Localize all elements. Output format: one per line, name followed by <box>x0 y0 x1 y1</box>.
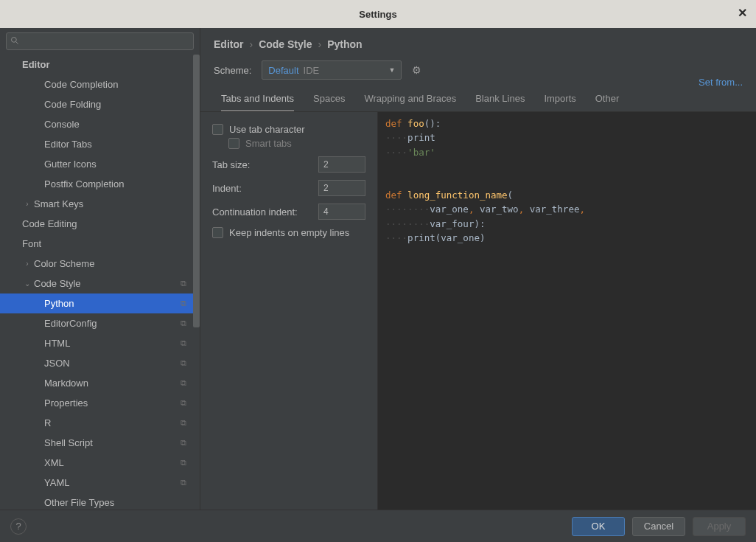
copy-icon: ⧉ <box>181 438 186 448</box>
tab-wrapping-and-braces[interactable]: Wrapping and Braces <box>364 93 456 111</box>
chevron-right-icon: › <box>22 200 32 208</box>
chevron-right-icon: › <box>22 260 32 268</box>
main-panel: Editor › Code Style › Python Scheme: Def… <box>200 28 756 510</box>
tree-item-color-scheme[interactable]: ›Color Scheme <box>0 254 200 274</box>
cancel-button[interactable]: Cancel <box>632 517 685 536</box>
tree-item-shell-script[interactable]: Shell Script⧉ <box>0 433 200 453</box>
tree-item-font[interactable]: Font <box>0 234 200 254</box>
tree-item-editor-tabs[interactable]: Editor Tabs <box>0 134 200 154</box>
keep-indents-checkbox[interactable]: Keep indents on empty lines <box>212 227 365 238</box>
tree-item-html[interactable]: HTML⧉ <box>0 333 200 353</box>
tab-blank-lines[interactable]: Blank Lines <box>475 93 525 111</box>
copy-icon: ⧉ <box>181 458 186 468</box>
tree-item-code-completion[interactable]: Code Completion <box>0 74 200 94</box>
tree-item-properties[interactable]: Properties⧉ <box>0 393 200 413</box>
scheme-tag: IDE <box>304 65 320 76</box>
scheme-label: Scheme: <box>214 65 251 76</box>
indent-input[interactable] <box>318 180 365 196</box>
tree-item-xml[interactable]: XML⧉ <box>0 453 200 473</box>
copy-icon: ⧉ <box>181 478 186 487</box>
tree-item-console[interactable]: Console <box>0 114 200 134</box>
tree-item-label: HTML <box>44 338 70 349</box>
indent-label: Indent: <box>212 183 242 194</box>
tree-item-json[interactable]: JSON⧉ <box>0 353 200 373</box>
tree-item-label: Python <box>44 298 74 309</box>
tree-item-label: Markdown <box>44 378 88 389</box>
tree-item-code-folding[interactable]: Code Folding <box>0 94 200 114</box>
breadcrumb-editor[interactable]: Editor <box>214 38 243 50</box>
tree-item-python[interactable]: Python⧉ <box>0 293 200 313</box>
tree-item-yaml[interactable]: YAML⧉ <box>0 473 200 493</box>
continuation-indent-input[interactable] <box>318 204 365 220</box>
copy-icon: ⧉ <box>181 358 186 368</box>
tree-item-label: R <box>44 417 51 428</box>
tree-item-smart-keys[interactable]: ›Smart Keys <box>0 194 200 214</box>
apply-button[interactable]: Apply <box>693 517 746 536</box>
checkbox-icon <box>212 124 223 135</box>
tab-spaces[interactable]: Spaces <box>313 93 345 111</box>
tree-item-label: Shell Script <box>44 437 93 448</box>
use-tab-checkbox[interactable]: Use tab character <box>212 124 365 135</box>
tab-size-input[interactable] <box>318 156 365 173</box>
tree-section-label: Editor <box>22 59 50 70</box>
tree-item-editorconfig[interactable]: EditorConfig⧉ <box>0 313 200 333</box>
tabs: Tabs and IndentsSpacesWrapping and Brace… <box>200 87 756 112</box>
tree-item-other-file-types[interactable]: Other File Types <box>0 493 200 510</box>
scheme-select[interactable]: Default IDE ▼ <box>262 60 402 80</box>
tree-section-editor[interactable]: Editor <box>0 55 200 74</box>
search-input[interactable] <box>6 32 194 50</box>
window-title: Settings <box>359 9 396 20</box>
tab-size-label: Tab size: <box>212 159 250 170</box>
tree-item-label: YAML <box>44 477 69 488</box>
tree-item-label: Smart Keys <box>34 198 83 209</box>
tree-item-r[interactable]: R⧉ <box>0 413 200 433</box>
breadcrumb-code-style[interactable]: Code Style <box>259 38 312 50</box>
smart-tabs-checkbox[interactable]: Smart tabs <box>228 138 365 149</box>
tree-item-code-style[interactable]: ⌄Code Style⧉ <box>0 274 200 293</box>
checkbox-icon <box>228 138 239 149</box>
smart-tabs-label: Smart tabs <box>245 138 292 149</box>
copy-icon: ⧉ <box>181 418 186 428</box>
scrollbar-thumb[interactable] <box>193 55 200 327</box>
tree-item-label: Font <box>22 238 41 249</box>
tab-tabs-and-indents[interactable]: Tabs and Indents <box>221 93 294 111</box>
tree-item-label: Gutter Icons <box>44 159 97 170</box>
tree-item-label: Code Style <box>34 278 81 289</box>
tree-item-label: Color Scheme <box>34 258 94 269</box>
copy-icon: ⧉ <box>181 378 186 388</box>
tree-item-postfix-completion[interactable]: Postfix Completion <box>0 174 200 194</box>
tree-item-label: EditorConfig <box>44 318 97 329</box>
chevron-right-icon: › <box>318 38 321 50</box>
ok-button[interactable]: OK <box>572 517 625 536</box>
help-button[interactable]: ? <box>10 518 27 535</box>
set-from-link[interactable]: Set from... <box>699 77 743 88</box>
breadcrumb-python: Python <box>327 38 362 50</box>
copy-icon: ⧉ <box>181 279 186 288</box>
tree-item-gutter-icons[interactable]: Gutter Icons <box>0 154 200 174</box>
settings-sidebar: Editor Code CompletionCode FoldingConsol… <box>0 28 200 510</box>
copy-icon: ⧉ <box>181 299 186 308</box>
tree-item-code-editing[interactable]: Code Editing <box>0 214 200 234</box>
dialog-footer: ? OK Cancel Apply <box>0 510 756 542</box>
copy-icon: ⧉ <box>181 338 186 348</box>
keep-indents-label: Keep indents on empty lines <box>229 227 349 238</box>
tree-item-label: Code Folding <box>44 99 101 110</box>
window-titlebar: Settings ✕ <box>0 0 756 28</box>
tree-item-label: Other File Types <box>44 497 114 508</box>
tab-other[interactable]: Other <box>595 93 620 111</box>
tree-item-label: Properties <box>44 397 88 409</box>
tree-item-label: JSON <box>44 358 70 369</box>
chevron-down-icon: ▼ <box>388 66 395 74</box>
tree-item-label: Editor Tabs <box>44 139 92 150</box>
scheme-name: Default <box>268 65 298 76</box>
tab-imports[interactable]: Imports <box>544 93 575 111</box>
tree-item-label: Console <box>44 119 80 130</box>
breadcrumb: Editor › Code Style › Python <box>200 28 756 55</box>
tree-item-markdown[interactable]: Markdown⧉ <box>0 373 200 393</box>
gear-icon[interactable]: ⚙ <box>412 64 421 76</box>
tree-item-label: Code Completion <box>44 79 118 90</box>
continuation-indent-label: Continuation indent: <box>212 206 298 218</box>
close-icon[interactable]: ✕ <box>738 6 747 20</box>
tree-item-label: Code Editing <box>22 218 77 229</box>
indent-form: Use tab character Smart tabs Tab size: I… <box>200 112 377 510</box>
